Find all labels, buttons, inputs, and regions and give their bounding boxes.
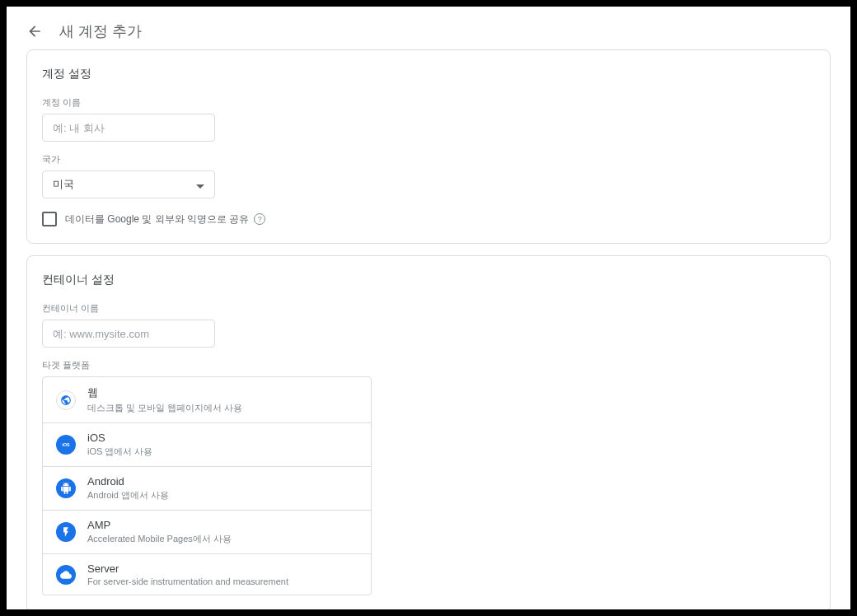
container-name-input[interactable] — [42, 320, 215, 348]
account-section-title: 계정 설정 — [42, 67, 815, 82]
platform-item-server[interactable]: Server For server-side instrumentation a… — [43, 554, 371, 595]
platform-item-android[interactable]: Android Android 앱에서 사용 — [43, 467, 371, 511]
platform-item-web[interactable]: 웹 데스크톱 및 모바일 웹페이지에서 사용 — [43, 377, 371, 423]
platform-name: iOS — [87, 432, 152, 444]
dropdown-caret-icon — [196, 179, 204, 191]
android-icon — [56, 478, 76, 498]
svg-text:iOS: iOS — [62, 442, 70, 447]
server-icon — [56, 565, 76, 585]
account-name-label: 계정 이름 — [42, 96, 815, 109]
platform-label: 타겟 플랫폼 — [42, 359, 815, 371]
share-data-label: 데이터를 Google 및 외부와 익명으로 공유 ? — [65, 212, 265, 226]
ios-icon: iOS — [56, 435, 76, 455]
platform-item-amp[interactable]: AMP Accelerated Mobile Pages에서 사용 — [43, 511, 371, 554]
platform-desc: iOS 앱에서 사용 — [87, 446, 152, 458]
platform-desc: For server-side instrumentation and meas… — [87, 576, 288, 586]
platform-name: 웹 — [87, 385, 242, 400]
account-name-input[interactable] — [42, 114, 215, 142]
platform-desc: 데스크톱 및 모바일 웹페이지에서 사용 — [87, 402, 242, 414]
share-data-checkbox[interactable] — [42, 212, 57, 226]
container-settings-card: 컨테이너 설정 컨테이너 이름 타겟 플랫폼 웹 데스크톱 및 모바일 웹페이지… — [26, 255, 831, 609]
platform-item-ios[interactable]: iOS iOS iOS 앱에서 사용 — [43, 423, 371, 467]
platform-name: Server — [87, 562, 288, 575]
page-title: 새 계정 추가 — [59, 21, 142, 41]
amp-icon — [56, 522, 76, 542]
help-icon[interactable]: ? — [254, 213, 265, 225]
web-icon — [56, 390, 76, 410]
platform-list: 웹 데스크톱 및 모바일 웹페이지에서 사용 iOS iOS iOS 앱에서 사… — [42, 376, 372, 595]
platform-desc: Accelerated Mobile Pages에서 사용 — [87, 533, 232, 545]
container-section-title: 컨테이너 설정 — [42, 273, 815, 287]
account-settings-card: 계정 설정 계정 이름 국가 미국 — [26, 49, 831, 244]
platform-name: AMP — [87, 519, 232, 531]
country-label: 국가 — [42, 153, 815, 166]
page-header: 새 계정 추가 — [7, 7, 850, 49]
container-name-label: 컨테이너 이름 — [42, 302, 815, 315]
platform-name: Android — [87, 475, 169, 488]
platform-desc: Android 앱에서 사용 — [87, 489, 169, 502]
back-button[interactable] — [26, 23, 43, 40]
country-select[interactable]: 미국 — [42, 170, 215, 198]
country-value: 미국 — [53, 177, 74, 192]
